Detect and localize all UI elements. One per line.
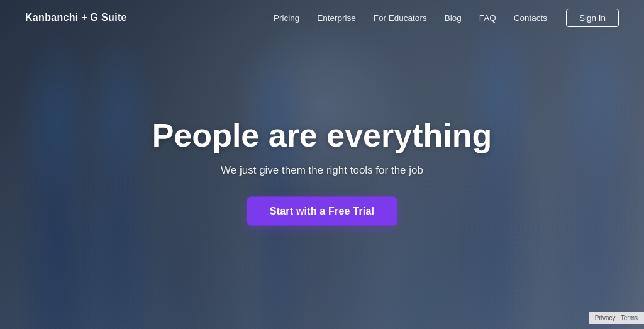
nav-link-blog[interactable]: Blog	[445, 13, 462, 23]
privacy-notice: Privacy · Terms	[589, 312, 644, 324]
person-silhouette-5	[531, 21, 644, 329]
signin-button[interactable]: Sign In	[566, 9, 619, 27]
nav-link-contacts[interactable]: Contacts	[514, 13, 547, 23]
nav-item-enterprise[interactable]: Enterprise	[317, 12, 356, 23]
nav-links: Pricing Enterprise For Educators Blog FA…	[274, 12, 547, 23]
hero-content: People are everything We just give them …	[102, 116, 542, 226]
nav-item-blog[interactable]: Blog	[445, 12, 462, 23]
nav-link-pricing[interactable]: Pricing	[274, 13, 299, 23]
free-trial-button[interactable]: Start with a Free Trial	[247, 197, 397, 226]
navbar: Kanbanchi + G Suite Pricing Enterprise F…	[0, 0, 644, 35]
nav-item-for-educators[interactable]: For Educators	[374, 12, 427, 23]
privacy-text: Privacy · Terms	[595, 315, 638, 321]
brand-logo: Kanbanchi + G Suite	[25, 12, 127, 23]
nav-link-enterprise[interactable]: Enterprise	[317, 13, 356, 23]
nav-item-faq[interactable]: FAQ	[479, 12, 496, 23]
nav-item-pricing[interactable]: Pricing	[274, 12, 299, 23]
hero-section: Kanbanchi + G Suite Pricing Enterprise F…	[0, 0, 644, 329]
nav-link-faq[interactable]: FAQ	[479, 13, 496, 23]
nav-item-contacts[interactable]: Contacts	[514, 12, 547, 23]
nav-link-for-educators[interactable]: For Educators	[374, 13, 427, 23]
hero-subtitle: We just give them the right tools for th…	[102, 164, 542, 177]
hero-title: People are everything	[102, 116, 542, 154]
